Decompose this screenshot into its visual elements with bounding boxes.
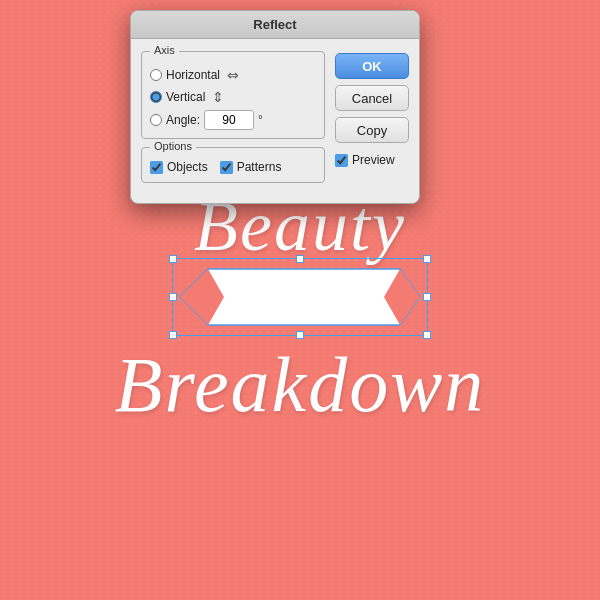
preview-checkbox[interactable] <box>335 154 348 167</box>
horizontal-icon: ⇔ <box>224 66 242 84</box>
copy-button[interactable]: Copy <box>335 117 409 143</box>
preview-label: Preview <box>352 153 395 167</box>
vertical-row: Vertical ⇕ <box>150 88 316 106</box>
objects-label: Objects <box>167 160 208 174</box>
vertical-label: Vertical <box>166 90 205 104</box>
vertical-icon: ⇕ <box>209 88 227 106</box>
axis-group: Axis Horizontal ⇔ Vertical ⇕ Angle: ° <box>141 51 325 139</box>
horizontal-label: Horizontal <box>166 68 220 82</box>
options-legend: Options <box>150 140 196 152</box>
reflect-dialog: Reflect Axis Horizontal ⇔ Vertical ⇕ <box>130 10 420 204</box>
preview-row: Preview <box>335 153 409 167</box>
angle-label: Angle: <box>166 113 200 127</box>
patterns-label: Patterns <box>237 160 282 174</box>
patterns-checkbox[interactable] <box>220 161 233 174</box>
objects-checkbox[interactable] <box>150 161 163 174</box>
dialog-right-panel: OK Cancel Copy Preview <box>335 51 409 191</box>
horizontal-row: Horizontal ⇔ <box>150 66 316 84</box>
horizontal-radio[interactable] <box>150 69 162 81</box>
ok-button[interactable]: OK <box>335 53 409 79</box>
axis-legend: Axis <box>150 44 179 56</box>
vertical-radio[interactable] <box>150 91 162 103</box>
angle-radio[interactable] <box>150 114 162 126</box>
dialog-title: Reflect <box>131 11 419 39</box>
canvas-text-breakdown: Breakdown <box>115 340 485 430</box>
options-group: Options Objects Patterns <box>141 147 325 183</box>
options-checkboxes-row: Objects Patterns <box>150 160 316 174</box>
angle-row: Angle: ° <box>150 110 316 130</box>
ribbon-shape[interactable] <box>180 265 420 329</box>
degree-symbol: ° <box>258 113 263 127</box>
ribbon-svg <box>180 265 420 329</box>
dialog-body: Axis Horizontal ⇔ Vertical ⇕ Angle: ° <box>131 39 419 203</box>
cancel-button[interactable]: Cancel <box>335 85 409 111</box>
dialog-left-panel: Axis Horizontal ⇔ Vertical ⇕ Angle: ° <box>141 51 325 191</box>
angle-input[interactable] <box>204 110 254 130</box>
